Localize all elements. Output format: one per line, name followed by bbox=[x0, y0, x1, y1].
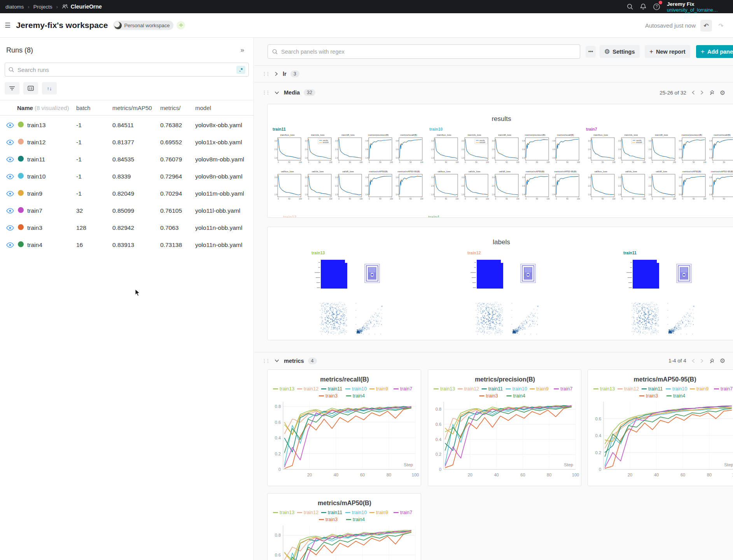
chevron-down-icon[interactable] bbox=[275, 359, 279, 362]
pin-icon[interactable] bbox=[709, 358, 714, 364]
run-color-dot bbox=[18, 224, 24, 232]
column-header-name[interactable]: Name (8 visualized) bbox=[17, 105, 69, 111]
svg-text:0.2: 0.2 bbox=[436, 452, 441, 457]
next-page-icon[interactable] bbox=[700, 90, 703, 95]
notifications-bell-icon[interactable] bbox=[637, 0, 650, 13]
mini-plot-figure: 0.80.60.4050100 bbox=[520, 137, 550, 166]
run-row-train3[interactable]: train31280.829420.7063yolo11n-obb.yaml bbox=[0, 219, 254, 236]
run-row-train11[interactable]: train11-10.845350.76079yolov8m-obb.yaml bbox=[0, 151, 254, 168]
global-search-icon[interactable] bbox=[623, 0, 637, 13]
chevron-right-icon[interactable] bbox=[275, 72, 278, 76]
chart-metrics-recall[interactable]: metrics/recall(B)train13train12train11tr… bbox=[267, 369, 421, 486]
run-row-train10[interactable]: train10-10.83390.72964yolov8n-obb.yaml bbox=[0, 168, 254, 185]
labels-boxes-image bbox=[520, 264, 536, 283]
columns-button[interactable] bbox=[23, 82, 38, 94]
pin-icon[interactable] bbox=[709, 90, 714, 95]
svg-text:0: 0 bbox=[621, 161, 623, 163]
svg-text:0.6: 0.6 bbox=[522, 185, 525, 187]
chart-metrics-precision[interactable]: metrics/precision(B)train13train12train1… bbox=[428, 369, 581, 486]
svg-text:train11: train11 bbox=[488, 386, 503, 392]
mini-plot-metrics-map50-95-b-: metrics/mAP50-95(B)0.80.60.4050100 bbox=[394, 170, 423, 204]
chart-metrics-map50[interactable]: metrics/mAP50(B)train13train12train11tra… bbox=[267, 493, 421, 560]
sidebar-menu-icon[interactable]: ☰ bbox=[5, 21, 10, 30]
labels-wh-scatter-image bbox=[665, 300, 698, 338]
column-header-model[interactable]: model bbox=[195, 105, 211, 111]
sort-button[interactable]: ↑↓ bbox=[42, 82, 57, 94]
visibility-eye-icon[interactable] bbox=[6, 191, 14, 196]
svg-text:train7: train7 bbox=[560, 386, 572, 392]
svg-text:train13: train13 bbox=[280, 510, 294, 515]
runs-search-input[interactable] bbox=[17, 66, 236, 73]
column-header-metric1[interactable]: metrics/mAP50 bbox=[112, 105, 152, 111]
svg-text:1.0: 1.0 bbox=[618, 194, 621, 196]
workspace-type-badge[interactable]: Personal workspace bbox=[113, 21, 173, 30]
visibility-eye-icon[interactable] bbox=[6, 157, 14, 162]
visibility-eye-icon[interactable] bbox=[6, 174, 14, 179]
sparkle-icon[interactable]: ✧ bbox=[177, 21, 185, 30]
drag-handle-icon[interactable]: ⋮⋮ bbox=[262, 71, 269, 77]
svg-text:train12: train12 bbox=[304, 510, 318, 515]
svg-text:0.8: 0.8 bbox=[366, 177, 368, 178]
column-header-batch[interactable]: batch bbox=[76, 105, 91, 111]
redo-button[interactable]: ↷ bbox=[715, 20, 727, 32]
run-row-train7[interactable]: train7320.850990.76105yolo11l-obb.yaml bbox=[0, 202, 254, 219]
section-metrics-label[interactable]: metrics bbox=[284, 358, 304, 364]
breadcrumb-projects[interactable]: Projects bbox=[33, 4, 52, 10]
settings-button[interactable]: ⚙ Settings bbox=[600, 45, 640, 58]
overflow-menu-button[interactable]: ••• bbox=[586, 46, 596, 58]
run-row-train9[interactable]: train9-10.820490.70294yolo11m-obb.yaml bbox=[0, 185, 254, 202]
svg-text:2.0: 2.0 bbox=[618, 149, 621, 150]
svg-text:100: 100 bbox=[299, 198, 302, 200]
panel-settings-gear-icon[interactable]: ⚙ bbox=[720, 89, 725, 96]
run-name: train10 bbox=[27, 173, 45, 180]
media-panel-labels[interactable]: labels train13train12train11 bbox=[267, 227, 733, 340]
media-panel-results[interactable]: results train11train/box_loss3.02.01.005… bbox=[267, 104, 733, 218]
svg-text:2.0: 2.0 bbox=[431, 185, 434, 187]
mini-plot-title: train/cls_loss bbox=[460, 134, 489, 137]
section-lr-label[interactable]: lr bbox=[283, 71, 287, 77]
run-row-train12[interactable]: train12-10.813770.69552yolo11x-obb.yaml bbox=[0, 134, 254, 151]
svg-text:smooth: smooth bbox=[479, 142, 486, 144]
mini-plot-train-cls-loss: train/cls_loss3.02.01.0resultssmooth0501… bbox=[616, 134, 646, 167]
regex-toggle-button[interactable]: .* bbox=[236, 66, 245, 74]
help-icon[interactable]: ? bbox=[650, 0, 663, 13]
run-batch: -1 bbox=[76, 139, 82, 146]
run-metric1: 0.82049 bbox=[112, 190, 134, 197]
prev-page-icon[interactable] bbox=[692, 90, 695, 95]
svg-text:100: 100 bbox=[359, 198, 362, 200]
add-panel-button[interactable]: + Add panel bbox=[696, 45, 733, 58]
visibility-eye-icon[interactable] bbox=[6, 208, 14, 214]
chart-metrics-map50-95[interactable]: metrics/mAP50-95(B)train13train12train11… bbox=[588, 369, 733, 486]
svg-text:3.0: 3.0 bbox=[649, 140, 651, 142]
visibility-eye-icon[interactable] bbox=[6, 140, 14, 145]
new-report-button[interactable]: + New report bbox=[645, 45, 690, 58]
filter-button[interactable] bbox=[5, 82, 19, 94]
visibility-eye-icon[interactable] bbox=[6, 122, 14, 128]
svg-text:results: results bbox=[323, 140, 328, 142]
panel-settings-gear-icon[interactable]: ⚙ bbox=[720, 357, 725, 364]
visibility-eye-icon[interactable] bbox=[6, 225, 14, 231]
run-row-train13[interactable]: train13-10.845110.76382yolov8x-obb.yaml bbox=[0, 117, 254, 134]
expand-sidebar-icon[interactable]: » bbox=[241, 46, 244, 54]
breadcrumb-project-name[interactable]: CleurieOrne bbox=[71, 4, 102, 10]
column-header-metric2[interactable]: metrics/ bbox=[160, 105, 181, 111]
chevron-down-icon[interactable] bbox=[275, 91, 279, 94]
runs-search-box: .* bbox=[5, 63, 249, 77]
breadcrumb-project-entity[interactable]: diatoms bbox=[5, 4, 24, 10]
run-row-train4[interactable]: train4160.839130.73138yolo11n-obb.yaml bbox=[0, 236, 254, 254]
svg-text:1.0: 1.0 bbox=[275, 194, 277, 196]
svg-text:50: 50 bbox=[475, 198, 478, 200]
next-page-icon[interactable] bbox=[700, 359, 703, 363]
mini-plot-title: val/box_loss bbox=[586, 170, 616, 173]
undo-button[interactable]: ↶ bbox=[700, 20, 712, 32]
drag-handle-icon[interactable]: ⋮⋮ bbox=[262, 358, 269, 364]
prev-page-icon[interactable] bbox=[692, 359, 695, 363]
drag-handle-icon[interactable]: ⋮⋮ bbox=[262, 90, 269, 95]
visibility-eye-icon[interactable] bbox=[6, 242, 14, 248]
user-menu[interactable]: Jeremy Fix university_of_lorraine… bbox=[667, 0, 733, 13]
panel-search-input[interactable] bbox=[281, 49, 576, 55]
section-media-label[interactable]: Media bbox=[284, 89, 300, 96]
svg-text:train10: train10 bbox=[513, 386, 527, 392]
section-metrics-header: ⋮⋮ metrics 4 1-4 of 4 ⚙ bbox=[254, 352, 733, 369]
run-color-dot bbox=[18, 207, 24, 215]
